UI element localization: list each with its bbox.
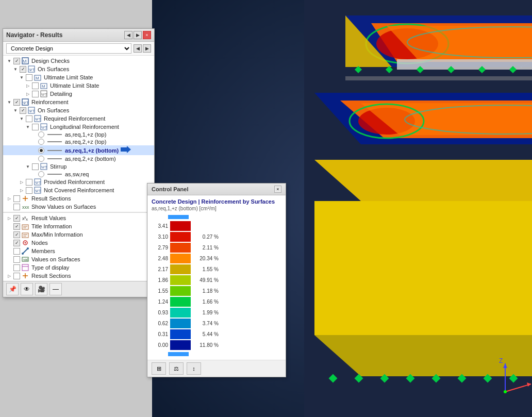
- tree-detailing[interactable]: ▷ ΨΤ Detailing: [3, 90, 154, 98]
- tree-not-covered-reinf[interactable]: ▷ ΨΤ Not Covered Reinforcement: [3, 186, 154, 194]
- dropdown-next[interactable]: ▶: [143, 44, 151, 53]
- expand-required-reinf[interactable]: ▼: [19, 115, 25, 122]
- toolbar-camera-btn[interactable]: 🎥: [35, 283, 47, 295]
- result-sections-1-icon: [21, 195, 29, 202]
- radio-as-req1-top[interactable]: [38, 131, 44, 138]
- tree-longitudinal-reinf[interactable]: ▼ ΨΤ Longitudinal Reinforcement: [3, 123, 154, 131]
- cp-close-btn[interactable]: ×: [274, 186, 281, 193]
- legend-row-10: 0.31 5.44 %: [152, 329, 234, 340]
- tree-as-req2-bottom[interactable]: ▷ as,req,2,+z (bottom): [3, 155, 154, 162]
- cb-show-values[interactable]: [13, 204, 20, 210]
- tree-on-surfaces-2[interactable]: ▼ ΨΤ On Surfaces: [3, 106, 154, 114]
- cp-subtitle: Concrete Design | Reinforcement by Surfa…: [152, 198, 281, 205]
- tree-as-req1-top[interactable]: ▷ as,req,1,+z (top): [3, 131, 154, 138]
- stirrup-label: Stirrup: [50, 163, 66, 170]
- radio-as-req2-bottom[interactable]: [38, 156, 44, 162]
- tree-as-req1-bottom[interactable]: ▷ as,req,1,+z (bottom): [3, 145, 154, 155]
- legend-pct-10: 5.44 %: [193, 331, 219, 337]
- expand-reinforcement[interactable]: ▼: [6, 99, 12, 105]
- tree-stirrup[interactable]: ▼ ΨΤ Stirrup: [3, 162, 154, 171]
- reinforcement-icon: ΨΤ: [21, 98, 29, 106]
- expand-long-reinf[interactable]: ▼: [25, 124, 31, 130]
- expand-uls-1[interactable]: ▼: [19, 74, 25, 80]
- cb-members[interactable]: [13, 248, 20, 255]
- cp-foot-btn-3[interactable]: ↕: [187, 362, 201, 375]
- cp-foot-btn-2[interactable]: ⚖: [169, 362, 184, 375]
- nav-prev-btn[interactable]: ◀: [124, 31, 132, 39]
- tree-type-of-display[interactable]: ▷ Type of display: [3, 263, 154, 272]
- cb-stirrup[interactable]: [32, 163, 39, 170]
- navigator-close-btn[interactable]: ×: [143, 31, 151, 39]
- expand-detailing[interactable]: ▷: [25, 91, 31, 97]
- expand-on-surfaces-2[interactable]: ▼: [12, 107, 19, 113]
- expand-result-sections-1[interactable]: ▷: [6, 195, 12, 202]
- dropdown-prev[interactable]: ◀: [134, 44, 142, 53]
- tree-reinforcement[interactable]: ▼ ΨΤ Reinforcement: [3, 98, 154, 106]
- toolbar-eye-btn[interactable]: 👁: [21, 283, 33, 295]
- cb-reinforcement[interactable]: [13, 99, 20, 106]
- tree-as-req2-top[interactable]: ▷ as,req,2,+z (top): [3, 138, 154, 145]
- cb-nodes[interactable]: [13, 240, 20, 246]
- tree-result-sections-1[interactable]: ▷ Result Sections: [3, 194, 154, 203]
- tree-design-checks[interactable]: ▼ M Design Checks: [3, 57, 154, 65]
- legend-row-0: 3.41: [152, 221, 234, 231]
- expand-design-checks[interactable]: ▼: [6, 58, 12, 64]
- legend-color-8: [170, 308, 191, 318]
- cb-values-on-surfaces[interactable]: [13, 256, 20, 263]
- expand-stirrup[interactable]: ▼: [25, 163, 31, 170]
- cb-required-reinf[interactable]: [26, 115, 32, 122]
- cp-foot-btn-1[interactable]: ⊞: [152, 362, 166, 375]
- cb-detailing[interactable]: [32, 91, 39, 97]
- legend-row-8: 0.93 1.99 %: [152, 307, 234, 318]
- design-dropdown[interactable]: Concrete Design: [6, 43, 131, 54]
- legend-value-9: 0.62: [152, 321, 168, 326]
- tree-title-info[interactable]: ▷ Title Information: [3, 222, 154, 230]
- toolbar-pin-btn[interactable]: 📌: [6, 283, 19, 295]
- provided-reinf-icon: ΨΤ: [34, 178, 42, 186]
- cb-title-info[interactable]: [13, 223, 20, 230]
- toolbar-dash-btn[interactable]: —: [49, 283, 62, 295]
- cb-not-covered[interactable]: [26, 187, 32, 194]
- cb-on-surfaces-1[interactable]: [20, 66, 26, 73]
- provided-reinf-label: Provided Reinforcement: [44, 179, 105, 185]
- radio-as-req2-top[interactable]: [38, 139, 44, 145]
- tree-provided-reinf[interactable]: ▷ ΨΤ Provided Reinforcement: [3, 178, 154, 186]
- tree-result-sections-2[interactable]: ▷ Result Sections: [3, 272, 154, 280]
- expand-result-sections-2[interactable]: ▷: [6, 273, 12, 279]
- cb-result-sections-2[interactable]: [13, 273, 20, 279]
- as-req2-bottom-label: as,req,2,+z (bottom): [65, 156, 116, 162]
- tree-uls-2[interactable]: ▷ M Ultimate Limit State: [3, 81, 154, 90]
- cb-provided[interactable]: [26, 179, 32, 186]
- expand-uls-2[interactable]: ▷: [25, 82, 31, 89]
- radio-as-req1-bottom[interactable]: [38, 147, 44, 154]
- tree-show-values[interactable]: ▷ xxx Show Values on Surfaces: [3, 203, 154, 211]
- radio-as-sw-req[interactable]: [38, 171, 44, 177]
- long-reinf-label: Longitudinal Reinforcement: [50, 124, 119, 130]
- tree-required-reinforcement[interactable]: ▼ ΨΤ Required Reinforcement: [3, 114, 154, 123]
- required-reinf-icon: ΨΤ: [34, 115, 42, 122]
- expand-on-surfaces-1[interactable]: ▼: [12, 66, 19, 72]
- expand-provided[interactable]: ▷: [19, 179, 25, 185]
- tree-on-surfaces-1[interactable]: ▼ ΨΤ On Surfaces: [3, 65, 154, 73]
- cb-on-surfaces-2[interactable]: [20, 107, 26, 114]
- expand-not-covered[interactable]: ▷: [19, 187, 25, 193]
- tree-nodes[interactable]: ▷ Nodes: [3, 239, 154, 247]
- expand-result-values[interactable]: ▷: [6, 215, 12, 221]
- tree-uls-1[interactable]: ▼ M Ultimate Limit State: [3, 73, 154, 81]
- cb-maxmin-info[interactable]: [13, 231, 20, 238]
- cb-long-reinf[interactable]: [32, 124, 39, 130]
- cb-uls-1[interactable]: [26, 74, 32, 81]
- cb-result-sections-1[interactable]: [13, 195, 20, 202]
- legend-value-2: 2.79: [152, 245, 168, 251]
- cb-design-checks[interactable]: [13, 58, 20, 64]
- tree-result-values[interactable]: ▷ xxx Result Values: [3, 214, 154, 222]
- nav-next-btn[interactable]: ▶: [134, 31, 142, 39]
- cp-sub2: as,req,1,+z (bottom) [cm²/m]: [152, 206, 281, 211]
- tree-values-on-surfaces[interactable]: ▷ val Values on Surfaces: [3, 255, 154, 263]
- cb-uls-2[interactable]: [32, 82, 39, 89]
- cb-type-of-display[interactable]: [13, 264, 20, 271]
- cb-result-values[interactable]: [13, 215, 20, 222]
- tree-as-sw-req[interactable]: ▷ as,sw,req: [3, 171, 154, 178]
- tree-maxmin-info[interactable]: ▷ Max/Min Information: [3, 230, 154, 239]
- tree-members[interactable]: ▷ Members: [3, 247, 154, 255]
